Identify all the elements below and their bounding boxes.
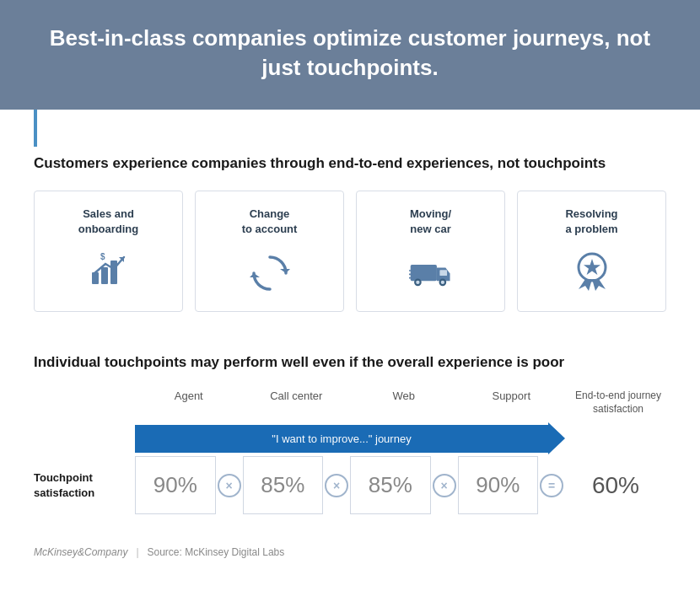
sat-connector-eq: =: [536, 456, 567, 514]
sat-value-2: 85%: [261, 472, 304, 498]
section1: Customers experience companies through e…: [0, 110, 700, 329]
connector-x-2: ×: [325, 474, 348, 497]
card-resolving-label: Resolvinga problem: [565, 207, 617, 237]
account-icon: [248, 249, 292, 293]
svg-point-12: [440, 281, 444, 284]
sales-icon: $: [87, 249, 131, 293]
card-account: Changeto account: [195, 191, 344, 312]
footer-separator: |: [136, 546, 138, 558]
touchpoint-headers: Agent Call center Web Support End-to-end…: [135, 389, 666, 422]
footer: McKinsey&Company | Source: McKinsey Digi…: [0, 531, 700, 565]
svg-text:$: $: [100, 252, 105, 261]
svg-rect-7: [410, 265, 436, 281]
svg-marker-6: [250, 273, 260, 277]
section1-title: Customers experience companies through e…: [34, 153, 666, 174]
sat-end-col: 60%: [565, 456, 666, 514]
journey-bar-wrap: "I want to improve..." journey: [135, 422, 565, 454]
sat-cell-3: 85%: [350, 456, 431, 514]
tp-header-callcenter: Call center: [243, 389, 351, 422]
card-sales-label: Sales andonboarding: [78, 207, 139, 237]
truck-icon: [409, 249, 453, 293]
svg-rect-2: [110, 261, 117, 284]
section2: Individual touchpoints may perform well …: [0, 329, 700, 531]
tp-header-web: Web: [350, 389, 458, 422]
journey-bar-label: "I want to improve..." journey: [272, 432, 411, 445]
connector-x-3: ×: [433, 474, 456, 497]
tp-header-agent: Agent: [135, 389, 243, 422]
section2-title: Individual touchpoints may perform well …: [34, 352, 666, 373]
header-section: Best-in-class companies optimize custome…: [0, 0, 700, 110]
svg-rect-1: [101, 267, 108, 284]
connector-x-1: ×: [218, 474, 241, 497]
sat-cell-1: 90%: [135, 456, 216, 514]
sat-connector-3: ×: [429, 456, 460, 514]
sat-connector-2: ×: [321, 456, 352, 514]
header-title: Best-in-class companies optimize custome…: [34, 24, 666, 83]
sat-label: Touchpointsatisfaction: [34, 470, 94, 501]
svg-rect-8: [439, 270, 447, 276]
cards-row: Sales andonboarding $ Changeto account: [34, 191, 666, 312]
sat-connector-1: ×: [214, 456, 245, 514]
card-sales: Sales andonboarding $: [34, 191, 183, 312]
sat-label-col: Touchpointsatisfaction: [34, 456, 135, 514]
sat-cells: 90% × 85% × 85% ×: [135, 456, 565, 514]
card-moving: Moving/new car: [356, 191, 505, 312]
award-icon: [570, 249, 614, 293]
card-moving-label: Moving/new car: [410, 207, 451, 237]
svg-point-10: [416, 281, 419, 284]
journey-table: Agent Call center Web Support End-to-end…: [34, 389, 666, 514]
sat-cell-4: 90%: [458, 456, 539, 514]
footer-brand: McKinsey&Company: [34, 546, 127, 558]
sat-end-value: 60%: [592, 472, 639, 499]
journey-arrow: [548, 422, 565, 454]
sat-value-3: 85%: [369, 472, 412, 498]
tp-header-support: Support: [458, 389, 566, 422]
card-resolving: Resolvinga problem: [517, 191, 666, 312]
sat-value-4: 90%: [476, 472, 520, 498]
journey-bar: "I want to improve..." journey: [135, 425, 548, 453]
card-account-label: Changeto account: [242, 207, 298, 237]
sat-value-1: 90%: [153, 472, 197, 498]
connector-eq: =: [540, 474, 563, 497]
footer-source: Source: McKinsey Digital Labs: [148, 546, 285, 558]
header-accent-bar: [34, 110, 37, 147]
journey-bar-row: "I want to improve..." journey: [34, 422, 666, 454]
tp-header-end: End-to-end journey satisfaction: [565, 389, 666, 422]
sat-cell-2: 85%: [243, 456, 324, 514]
svg-marker-17: [584, 259, 600, 275]
satisfaction-row: Touchpointsatisfaction 90% × 85% ×: [34, 456, 666, 514]
svg-marker-5: [280, 269, 290, 273]
